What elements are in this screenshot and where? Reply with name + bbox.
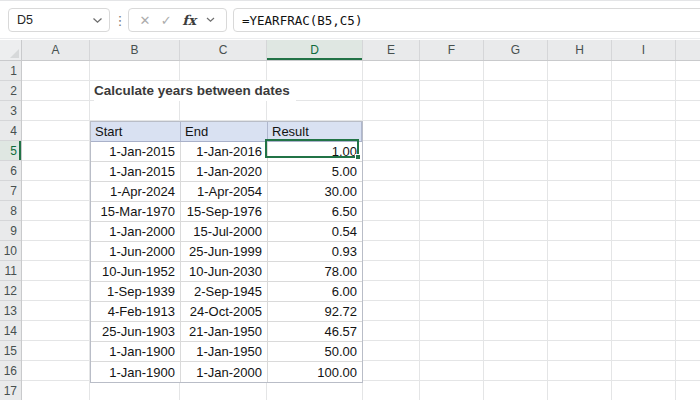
row-header-9[interactable]: 9 bbox=[0, 221, 21, 241]
cell-D10[interactable]: 0.93 bbox=[268, 242, 362, 261]
row-header-3[interactable]: 3 bbox=[0, 101, 21, 121]
table-row-10: 1-Jun-200025-Jun-19990.93 bbox=[91, 242, 362, 262]
cell-D9[interactable]: 0.54 bbox=[268, 222, 362, 241]
cell-D14[interactable]: 46.57 bbox=[268, 322, 362, 341]
cell-B13[interactable]: 4-Feb-1913 bbox=[91, 302, 181, 321]
cell-C15[interactable]: 1-Jan-1950 bbox=[181, 342, 268, 361]
cell-C9[interactable]: 15-Jul-2000 bbox=[181, 222, 268, 241]
select-all-triangle-icon bbox=[10, 49, 19, 58]
cell-C13[interactable]: 24-Oct-2005 bbox=[181, 302, 268, 321]
table-row-14: 25-Jun-190321-Jan-195046.57 bbox=[91, 322, 362, 342]
cell-C16[interactable]: 1-Jan-2000 bbox=[181, 362, 268, 382]
fill-handle[interactable] bbox=[355, 154, 361, 160]
cell-B2-title[interactable]: Calculate years between dates bbox=[94, 81, 296, 101]
cell-B10[interactable]: 1-Jun-2000 bbox=[91, 242, 181, 261]
table-row-6: 1-Jan-20151-Jan-20205.00 bbox=[91, 162, 362, 182]
cancel-icon[interactable]: ✕ bbox=[139, 14, 150, 27]
row-header-7[interactable]: 7 bbox=[0, 181, 21, 201]
gridline bbox=[611, 61, 612, 400]
gridline bbox=[547, 61, 548, 400]
sheet-grid[interactable]: Calculate years between dates StartEndRe… bbox=[22, 61, 700, 400]
cell-C5[interactable]: 1-Jan-2016 bbox=[181, 142, 268, 161]
cell-C12[interactable]: 2-Sep-1945 bbox=[181, 282, 268, 301]
cell-B16[interactable]: 1-Jan-1900 bbox=[91, 362, 181, 382]
cell-B9[interactable]: 1-Jan-2000 bbox=[91, 222, 181, 241]
column-header-H[interactable]: H bbox=[548, 40, 612, 60]
formula-input[interactable]: =YEARFRAC(B5,C5) bbox=[233, 8, 700, 32]
table-row-9: 1-Jan-200015-Jul-20000.54 bbox=[91, 222, 362, 242]
row-header-17[interactable]: 17 bbox=[0, 381, 21, 400]
gridline bbox=[419, 61, 420, 400]
cell-B5[interactable]: 1-Jan-2015 bbox=[91, 142, 181, 161]
cell-B8[interactable]: 15-Mar-1970 bbox=[91, 202, 181, 221]
formula-controls: ✕ ✓ fx bbox=[128, 8, 227, 32]
row-header-14[interactable]: 14 bbox=[0, 321, 21, 341]
cell-C8[interactable]: 15-Sep-1976 bbox=[181, 202, 268, 221]
column-header-partial[interactable] bbox=[676, 40, 700, 60]
enter-icon[interactable]: ✓ bbox=[161, 14, 172, 27]
table-row-7: 1-Apr-20241-Apr-205430.00 bbox=[91, 182, 362, 202]
cell-C10[interactable]: 25-Jun-1999 bbox=[181, 242, 268, 261]
cell-C11[interactable]: 10-Jun-2030 bbox=[181, 262, 268, 281]
cell-D12[interactable]: 6.00 bbox=[268, 282, 362, 301]
row-header-11[interactable]: 11 bbox=[0, 261, 21, 281]
row-header-10[interactable]: 10 bbox=[0, 241, 21, 261]
table-row-13: 4-Feb-191324-Oct-200592.72 bbox=[91, 302, 362, 322]
cell-B14[interactable]: 25-Jun-1903 bbox=[91, 322, 181, 341]
column-header-D[interactable]: D bbox=[267, 40, 363, 60]
cell-B4[interactable]: Start bbox=[91, 122, 181, 141]
cell-C7[interactable]: 1-Apr-2054 bbox=[181, 182, 268, 201]
row-header-4[interactable]: 4 bbox=[0, 121, 21, 141]
table-row-15: 1-Jan-19001-Jan-195050.00 bbox=[91, 342, 362, 362]
column-header-B[interactable]: B bbox=[90, 40, 180, 60]
select-all-corner[interactable] bbox=[0, 40, 22, 60]
insert-function-icon[interactable]: fx bbox=[182, 12, 196, 28]
cell-C14[interactable]: 21-Jan-1950 bbox=[181, 322, 268, 341]
cell-B12[interactable]: 1-Sep-1939 bbox=[91, 282, 181, 301]
column-header-A[interactable]: A bbox=[22, 40, 90, 60]
table-row-11: 10-Jun-195210-Jun-203078.00 bbox=[91, 262, 362, 282]
cell-D11[interactable]: 78.00 bbox=[268, 262, 362, 281]
column-headers: ABCDEFGHI bbox=[0, 40, 700, 61]
data-table: StartEndResult1-Jan-20151-Jan-20161.001-… bbox=[90, 121, 363, 383]
row-header-13[interactable]: 13 bbox=[0, 301, 21, 321]
gridline bbox=[675, 61, 676, 400]
row-header-12[interactable]: 12 bbox=[0, 281, 21, 301]
column-header-I[interactable]: I bbox=[612, 40, 676, 60]
gridline bbox=[483, 61, 484, 400]
column-header-F[interactable]: F bbox=[420, 40, 484, 60]
formula-text: =YEARFRAC(B5,C5) bbox=[242, 13, 362, 28]
formula-bar-grip-icon[interactable]: ⋮ bbox=[114, 8, 126, 32]
row-header-8[interactable]: 8 bbox=[0, 201, 21, 221]
name-box[interactable]: D5 bbox=[8, 8, 110, 32]
cell-C6[interactable]: 1-Jan-2020 bbox=[181, 162, 268, 181]
name-box-value: D5 bbox=[17, 13, 33, 27]
row-header-15[interactable]: 15 bbox=[0, 341, 21, 361]
column-header-E[interactable]: E bbox=[363, 40, 420, 60]
excel-window: D5 ⋮ ✕ ✓ fx =YEARFRAC(B5,C5) ABCDEFGHI 1… bbox=[0, 0, 700, 400]
row-header-2[interactable]: 2 bbox=[0, 81, 21, 101]
table-row-8: 15-Mar-197015-Sep-19766.50 bbox=[91, 202, 362, 222]
cell-D7[interactable]: 30.00 bbox=[268, 182, 362, 201]
cell-C4[interactable]: End bbox=[181, 122, 268, 141]
row-header-16[interactable]: 16 bbox=[0, 361, 21, 381]
cell-B6[interactable]: 1-Jan-2015 bbox=[91, 162, 181, 181]
row-header-5[interactable]: 5 bbox=[0, 141, 21, 161]
active-cell-selection[interactable] bbox=[265, 139, 359, 158]
cell-D15[interactable]: 50.00 bbox=[268, 342, 362, 361]
cell-B15[interactable]: 1-Jan-1900 bbox=[91, 342, 181, 361]
name-box-dropdown-icon[interactable] bbox=[92, 17, 103, 24]
row-header-6[interactable]: 6 bbox=[0, 161, 21, 181]
cell-B7[interactable]: 1-Apr-2024 bbox=[91, 182, 181, 201]
table-row-12: 1-Sep-19392-Sep-19456.00 bbox=[91, 282, 362, 302]
column-header-C[interactable]: C bbox=[180, 40, 267, 60]
cell-D8[interactable]: 6.50 bbox=[268, 202, 362, 221]
cell-D13[interactable]: 92.72 bbox=[268, 302, 362, 321]
row-headers: 1234567891011121314151617 bbox=[0, 61, 22, 400]
function-dropdown-icon[interactable] bbox=[206, 17, 215, 23]
column-header-G[interactable]: G bbox=[484, 40, 548, 60]
cell-D6[interactable]: 5.00 bbox=[268, 162, 362, 181]
row-header-1[interactable]: 1 bbox=[0, 61, 21, 81]
cell-D16[interactable]: 100.00 bbox=[268, 362, 362, 382]
cell-B11[interactable]: 10-Jun-1952 bbox=[91, 262, 181, 281]
